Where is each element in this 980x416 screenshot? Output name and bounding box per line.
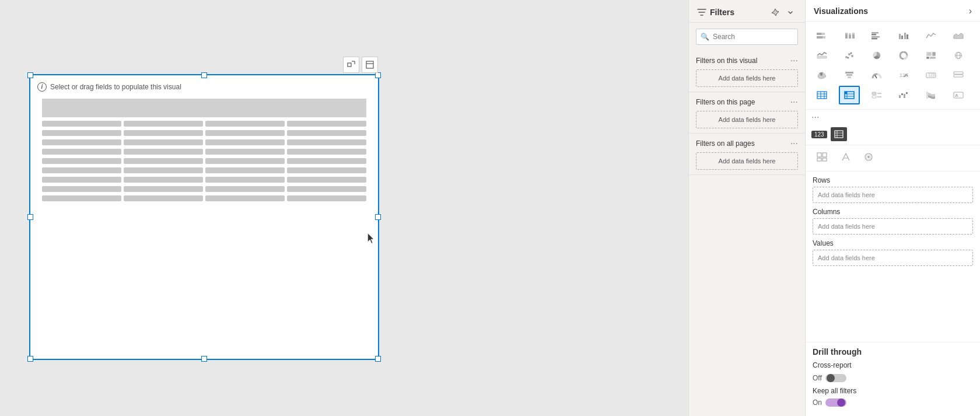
columns-label: Columns xyxy=(813,208,973,216)
table-cell xyxy=(287,149,366,155)
rows-section: Rows Add data fields here xyxy=(813,176,973,203)
filters-page-menu[interactable]: ··· xyxy=(790,97,798,107)
table-btn[interactable] xyxy=(811,86,832,104)
table-cell xyxy=(124,121,203,127)
slicer-btn[interactable] xyxy=(866,86,887,104)
donut-chart-btn[interactable] xyxy=(893,46,914,65)
rows-label: Rows xyxy=(813,176,973,184)
rows-drop-zone[interactable]: Add data fields here xyxy=(813,187,973,203)
filters-panel-title: Filters xyxy=(710,8,734,17)
filters-panel: Filters 🔍 Fi xyxy=(688,0,805,416)
stacked-bar-chart-btn[interactable] xyxy=(811,26,832,45)
svg-rect-9 xyxy=(845,34,848,39)
resize-handle-tl[interactable] xyxy=(27,72,33,78)
text-box-btn[interactable]: A xyxy=(948,86,969,104)
svg-rect-60 xyxy=(872,96,876,98)
cross-report-row: Cross-report xyxy=(813,361,973,369)
resize-handle-top[interactable] xyxy=(201,72,207,78)
svg-rect-58 xyxy=(845,92,847,94)
svg-text:123: 123 xyxy=(928,73,935,77)
scatter-chart-btn[interactable] xyxy=(839,46,860,65)
visual-hint: i Select or drag fields to populate this… xyxy=(37,82,181,92)
table-cell xyxy=(42,195,121,201)
svg-point-27 xyxy=(851,55,853,57)
add-visual-filter-btn[interactable]: Add data fields here xyxy=(696,69,798,87)
resize-handle-br[interactable] xyxy=(375,356,381,362)
svg-rect-34 xyxy=(932,52,936,56)
resize-handle-left[interactable] xyxy=(27,214,33,220)
svg-point-26 xyxy=(848,53,850,55)
clustered-bar-chart-btn[interactable] xyxy=(866,26,887,45)
analytics-icon-btn[interactable] xyxy=(858,148,879,166)
table-cell xyxy=(124,167,203,173)
line-chart-btn[interactable] xyxy=(921,26,942,45)
resize-handle-bottom[interactable] xyxy=(201,356,207,362)
svg-point-28 xyxy=(847,57,849,59)
visual-expand-btn[interactable] xyxy=(362,57,378,73)
svg-point-29 xyxy=(850,53,852,54)
filled-map-btn[interactable] xyxy=(811,66,832,85)
matrix-btn[interactable] xyxy=(839,86,860,104)
add-page-filter-btn[interactable]: Add data fields here xyxy=(696,111,798,128)
card-btn[interactable]: 123 xyxy=(921,66,942,85)
ribbon-btn[interactable] xyxy=(921,86,942,104)
svg-rect-22 xyxy=(907,34,908,39)
table-cell xyxy=(205,149,285,155)
cross-report-toggle[interactable] xyxy=(825,373,849,383)
svg-rect-17 xyxy=(872,36,880,38)
resize-handle-bl[interactable] xyxy=(27,356,33,362)
table-cell xyxy=(124,186,203,192)
viz-more-dots[interactable]: ··· xyxy=(811,112,819,123)
multi-row-card-btn[interactable] xyxy=(948,66,969,85)
treemap-btn[interactable] xyxy=(921,46,942,65)
svg-rect-75 xyxy=(822,153,827,157)
clustered-column-chart-btn[interactable] xyxy=(893,26,914,45)
table-cell xyxy=(42,186,121,192)
waterfall-btn[interactable] xyxy=(893,86,914,104)
filters-on-all-label: Filters on all pages xyxy=(696,139,755,148)
filter-icon xyxy=(697,8,706,17)
svg-line-43 xyxy=(875,75,877,78)
dark-icon-btn[interactable] xyxy=(831,127,847,141)
kpi-btn[interactable]: 123 xyxy=(893,66,914,85)
format-icon-btn[interactable] xyxy=(835,148,856,166)
grid-icon-btn[interactable] xyxy=(811,148,832,166)
filters-title-row: Filters xyxy=(697,8,734,17)
visual-focus-btn[interactable] xyxy=(343,57,359,73)
values-section: Values Add data fields here xyxy=(813,239,973,266)
funnel-btn[interactable] xyxy=(839,66,860,85)
search-box: 🔍 xyxy=(696,29,798,45)
line-stacked-btn[interactable] xyxy=(811,46,832,65)
keep-all-toggle-row: On xyxy=(813,397,973,408)
table-cell xyxy=(287,139,366,145)
table-row xyxy=(42,157,366,165)
filters-visual-menu[interactable]: ··· xyxy=(790,55,798,66)
search-input[interactable] xyxy=(696,29,798,45)
resize-handle-tr[interactable] xyxy=(375,72,381,78)
drill-through-title: Drill through xyxy=(813,347,973,356)
values-drop-zone[interactable]: Add data fields here xyxy=(813,250,973,266)
svg-rect-35 xyxy=(926,57,929,59)
resize-handle-right[interactable] xyxy=(375,214,381,220)
keep-all-toggle[interactable] xyxy=(825,397,849,408)
filters-chevron-btn[interactable] xyxy=(784,7,797,18)
area-chart-btn[interactable] xyxy=(948,26,969,45)
filters-pin-btn[interactable] xyxy=(769,7,782,18)
table-cell xyxy=(42,167,121,173)
cross-report-toggle-row: Off xyxy=(813,373,973,383)
table-cell xyxy=(42,149,121,155)
stacked-column-chart-btn[interactable] xyxy=(839,26,860,45)
gauge-btn[interactable] xyxy=(866,66,887,85)
pie-chart-btn[interactable] xyxy=(866,46,887,65)
map-btn[interactable] xyxy=(948,46,969,65)
viz-panel-title: Visualizations xyxy=(814,6,868,16)
filters-all-menu[interactable]: ··· xyxy=(790,138,798,149)
table-cell xyxy=(287,186,366,192)
keep-all-toggle-track xyxy=(825,398,846,407)
values-label: Values xyxy=(813,239,973,247)
add-all-filter-btn[interactable]: Add data fields here xyxy=(696,152,798,170)
viz-panel-close-btn[interactable]: › xyxy=(969,6,972,16)
columns-drop-zone[interactable]: Add data fields here xyxy=(813,218,973,235)
num-badge: 123 xyxy=(811,131,827,138)
visual-container[interactable]: i Select or drag fields to populate this… xyxy=(29,74,379,360)
